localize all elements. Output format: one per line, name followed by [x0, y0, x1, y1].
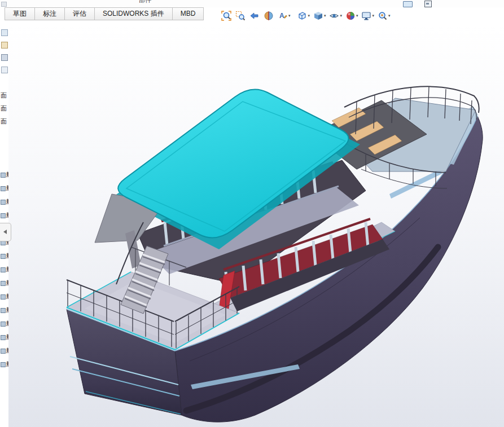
ribbon-partial-icon: [1, 2, 7, 7]
part-icon: [1, 186, 6, 191]
tree-item[interactable]: 舾: [1, 330, 8, 344]
part-icon: [1, 213, 6, 218]
feature-panel-collapse-handle[interactable]: [0, 223, 11, 241]
chevron-down-icon[interactable]: ▾: [340, 8, 343, 23]
chevron-down-icon[interactable]: ▾: [356, 8, 358, 23]
display-style-icon[interactable]: [311, 8, 325, 23]
tab-solidworks-addins[interactable]: SOLIDWORKS 插件: [94, 7, 173, 20]
part-icon: [1, 362, 6, 367]
section-view-icon[interactable]: [261, 8, 275, 23]
part-icon: [1, 308, 6, 313]
display-settings-icon[interactable]: [403, 1, 413, 7]
tree-item[interactable]: 舾: [1, 344, 8, 357]
ribbon-partial-icon-2[interactable]: [424, 1, 432, 7]
edit-appearance-icon[interactable]: [343, 8, 357, 23]
tree-item[interactable]: 舾: [1, 181, 8, 195]
apply-scene-icon[interactable]: [360, 8, 374, 23]
svg-text:A: A: [279, 12, 284, 20]
ribbon-partial-button-label[interactable]: 部件: [139, 0, 151, 5]
feature-tree-mini-icon[interactable]: [1, 29, 8, 36]
tree-item[interactable]: 舾: [1, 262, 8, 276]
tree-item[interactable]: 舾: [1, 289, 8, 303]
tree-item[interactable]: 面: [1, 89, 7, 102]
feature-tree-mini-icon[interactable]: [1, 67, 8, 73]
heads-up-view-toolbar: A ▾ ▾ ▾ ▾ ▾ ▾ ▾: [219, 8, 392, 23]
dynamic-annotation-views-icon[interactable]: A: [275, 8, 290, 23]
tree-item[interactable]: 舾: [1, 303, 8, 316]
view-orientation-icon[interactable]: [295, 8, 309, 23]
tree-item[interactable]: 舾: [1, 208, 8, 222]
part-icon: [1, 267, 6, 272]
part-icon: [1, 349, 6, 354]
part-icon: [1, 200, 6, 205]
yacht-3d-model[interactable]: [0, 24, 504, 427]
tree-item[interactable]: 舾: [1, 168, 8, 181]
chevron-down-icon[interactable]: ▾: [372, 8, 375, 23]
tree-item[interactable]: 舾: [1, 249, 8, 262]
tree-item[interactable]: 舾: [1, 357, 8, 371]
tree-item[interactable]: 舾: [1, 195, 8, 208]
feature-tree-outfitting-items: 舾 舾 舾 舾 舾 舾 舾 舾 舾 舾 舾 舾 舾 舾 舾: [1, 168, 8, 371]
graphics-area[interactable]: [0, 24, 504, 427]
part-icon: [1, 322, 6, 327]
part-icon: [1, 254, 6, 259]
tree-item[interactable]: 舾: [1, 276, 8, 289]
chevron-down-icon[interactable]: ▾: [388, 8, 391, 23]
ribbon-bottom-sliver: 部件: [0, 0, 504, 7]
part-icon: [1, 173, 6, 178]
feature-tree-mini-icon[interactable]: [1, 42, 8, 49]
tree-item[interactable]: 舾: [1, 316, 8, 330]
tree-item[interactable]: 面: [1, 115, 7, 128]
part-icon: [1, 335, 6, 340]
hide-show-items-icon[interactable]: [327, 8, 341, 23]
tab-evaluate[interactable]: 评估: [64, 7, 95, 20]
collapse-arrow-icon: [3, 230, 7, 234]
chevron-down-icon[interactable]: ▾: [324, 8, 326, 23]
chevron-down-icon[interactable]: ▾: [288, 8, 291, 23]
part-icon: [1, 281, 6, 286]
feature-tree-mini-icon[interactable]: [1, 54, 8, 61]
previous-view-icon[interactable]: [247, 8, 261, 23]
feature-tree-surface-items: 面 面 面: [1, 89, 7, 128]
zoom-to-area-icon[interactable]: [233, 8, 247, 23]
ribbon-tab-bar: 草图 标注 评估 SOLIDWORKS 插件 MBD: [5, 7, 203, 20]
tab-sketch[interactable]: 草图: [5, 7, 35, 20]
zoom-to-fit-icon[interactable]: [219, 8, 233, 23]
part-icon: [1, 294, 6, 300]
view-settings-icon[interactable]: [375, 8, 389, 23]
tree-item[interactable]: 面: [1, 102, 7, 115]
tab-annotation[interactable]: 标注: [34, 7, 65, 20]
chevron-down-icon[interactable]: ▾: [308, 8, 310, 23]
tab-mbd[interactable]: MBD: [172, 7, 204, 20]
